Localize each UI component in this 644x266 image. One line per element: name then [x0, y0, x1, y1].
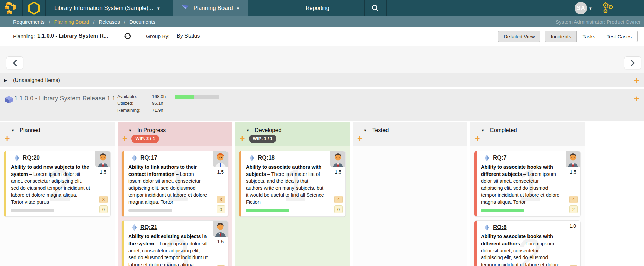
breadcrumb-item-planning-board[interactable]: Planning Board: [54, 19, 89, 25]
chevron-down-icon: ▾: [589, 6, 592, 11]
test-count-badge: 0: [217, 205, 225, 213]
groupby-value[interactable]: By Status: [177, 33, 200, 39]
requirement-id-link[interactable]: RQ:18: [258, 154, 275, 161]
search-icon: [371, 4, 379, 12]
collapse-column-icon[interactable]: ▼: [363, 128, 367, 132]
requirement-id-link[interactable]: RQ:20: [23, 154, 40, 161]
column-header: ▼ Completed +: [470, 122, 585, 146]
add-card-button[interactable]: +: [475, 134, 480, 143]
avatar: SA: [575, 2, 587, 14]
collapse-column-icon[interactable]: ▼: [128, 128, 132, 132]
unassigned-items-label: (Unassigned Items): [13, 77, 60, 83]
release-row: 1.1.0.0 - Library System Release 1.1 Ava…: [0, 89, 644, 121]
card-progress-bar: [128, 209, 172, 212]
planning-board-icon: [181, 4, 190, 12]
requirement-diamond-icon: [132, 224, 137, 231]
search-button[interactable]: [364, 0, 386, 16]
expand-icon[interactable]: ▶: [4, 78, 13, 83]
column-title: Planned: [20, 127, 40, 133]
requirement-id-link[interactable]: RQ:17: [140, 154, 157, 161]
add-card-button[interactable]: +: [122, 134, 127, 143]
gears-icon: ⚙ ⚙ ⚙: [601, 1, 616, 15]
breadcrumb-item-releases[interactable]: Releases: [99, 19, 120, 25]
kanban-column: ▼ Developed + WIP: 1 / 1 1 RQ:18: [235, 122, 350, 266]
assignee-avatar: [213, 221, 228, 237]
requirement-card[interactable]: 1 RQ:7 1.5 Ability to associate books wi…: [474, 151, 581, 217]
requirement-card[interactable]: 2 RQ:8 1.0 Ability to associate books wi…: [474, 220, 581, 266]
effort-value: 1.5: [217, 239, 224, 244]
card-description: Ability to associate books with differen…: [481, 164, 560, 205]
effort-value: 1.0: [570, 223, 576, 229]
requirement-card[interactable]: 1 RQ:18 1.5 Ability to associate authors…: [239, 151, 346, 217]
requirement-card[interactable]: 2 RQ:20 1.5 Ability to add new subjects …: [4, 151, 111, 217]
wip-badge: WIP: 2 / 1: [131, 135, 159, 143]
tab-planning-board[interactable]: Planning Board ▾: [173, 0, 248, 16]
release-cube-icon: [4, 96, 13, 104]
requirement-id-link[interactable]: RQ:21: [140, 224, 157, 231]
test-cases-button[interactable]: Test Cases: [601, 31, 638, 42]
breadcrumb-separator: /: [49, 19, 50, 25]
user-menu[interactable]: SA ▾: [575, 0, 592, 16]
card-description: Ability to associate authors with subjec…: [246, 164, 325, 205]
unassigned-items-row: ▶ (Unassigned Items) +: [0, 73, 644, 87]
detailed-view-button[interactable]: Detailed View: [498, 31, 540, 42]
breadcrumb-item-documents[interactable]: Documents: [129, 19, 155, 25]
collapse-column-icon[interactable]: ▼: [481, 128, 485, 132]
column-body: [353, 146, 467, 266]
effort-value: 1.5: [217, 169, 224, 175]
product-selector[interactable]: Library Information System (Sample)... ▾: [46, 0, 168, 16]
nav-divider: [386, 0, 387, 16]
refresh-button[interactable]: [123, 32, 133, 41]
task-count-badge: 3: [99, 196, 108, 203]
column-title: In Progress: [137, 127, 166, 133]
add-release-item-button[interactable]: +: [634, 95, 639, 104]
test-count-badge: 2: [569, 205, 578, 213]
man-red-tie-avatar-icon: [213, 221, 228, 237]
release-link[interactable]: 1.1.0.0 - Library System Release 1.1: [14, 95, 115, 102]
requirement-diamond-icon: [132, 155, 137, 161]
planning-board-app: Library Information System (Sample)... ▾…: [0, 0, 644, 266]
assignee-avatar: [95, 151, 110, 167]
spira-cube-logo-icon: [4, 1, 18, 15]
hexagon-icon: [28, 1, 40, 15]
incidents-button[interactable]: Incidents: [545, 31, 577, 42]
card-description: Ability to link authors to their contact…: [128, 164, 208, 205]
release-progress-bar: [175, 95, 219, 99]
collapse-column-icon[interactable]: ▼: [11, 128, 15, 132]
collapse-column-icon[interactable]: ▼: [246, 128, 250, 132]
column-title: Tested: [372, 127, 389, 133]
settings-button[interactable]: ⚙ ⚙ ⚙: [598, 0, 619, 16]
add-unassigned-item-button[interactable]: +: [634, 76, 639, 85]
kanban-column: ▼ In Progress + WIP: 2 / 1 1 RQ:17: [118, 122, 232, 266]
utilized-label: Utilized:: [117, 100, 152, 107]
scroll-left-button[interactable]: [6, 56, 23, 69]
tasks-button[interactable]: Tasks: [577, 31, 601, 42]
workspace-hexagon-button[interactable]: [23, 0, 45, 16]
man-red-tie-avatar-icon: [566, 151, 580, 167]
add-card-button[interactable]: +: [5, 134, 10, 143]
remaining-label: Remaining:: [117, 107, 152, 114]
column-header: ▼ Tested +: [353, 122, 467, 146]
remaining-value: 71.9h: [152, 107, 163, 114]
planning-release-value[interactable]: 1.1.0.0 - Library System R...: [37, 33, 108, 39]
view-buttons: Detailed View Incidents Tasks Test Cases: [498, 31, 638, 42]
kanban-column: ▼ Planned + 2 RQ:20: [0, 122, 115, 266]
breadcrumb-item-requirements[interactable]: Requirements: [13, 19, 44, 25]
add-card-button[interactable]: +: [357, 134, 362, 143]
app-logo[interactable]: [0, 0, 22, 16]
column-body: 1 RQ:17 1.5 Ability to link authors to t…: [118, 146, 232, 266]
task-count-badge: 4: [334, 196, 343, 203]
add-card-button[interactable]: +: [240, 134, 245, 143]
refresh-icon: [123, 32, 132, 40]
requirement-card[interactable]: 1 RQ:17 1.5 Ability to link authors to t…: [122, 151, 228, 217]
requirement-id-link[interactable]: RQ:7: [493, 154, 507, 161]
man-blue-tie-avatar-icon: [213, 151, 228, 167]
scroll-right-button[interactable]: [624, 56, 641, 69]
tab-reporting[interactable]: Reporting: [292, 0, 343, 16]
tab-label: Planning Board: [194, 5, 233, 12]
requirement-id-link[interactable]: RQ:8: [493, 224, 507, 231]
column-title: Completed: [490, 127, 517, 133]
requirement-card[interactable]: 3 RQ:21 1.5 Ability to edit existing sub…: [122, 220, 228, 266]
breadcrumb: Requirements/Planning Board/Releases/Doc…: [0, 16, 644, 27]
kanban-column: ▼ Completed + 1 RQ:7: [470, 122, 585, 266]
